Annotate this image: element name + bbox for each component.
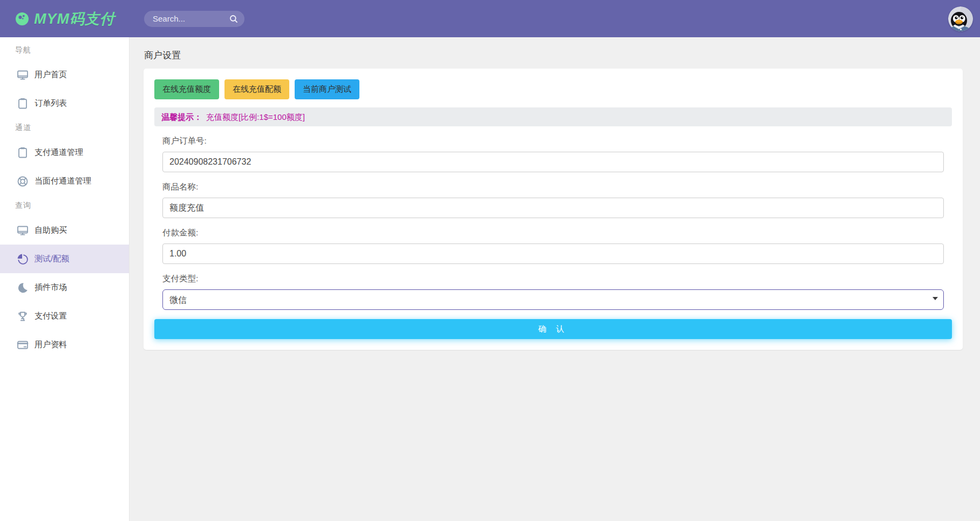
sidebar-item[interactable]: 用户资料: [0, 330, 129, 359]
sidebar-nav: 导航用户首页订单列表通道支付通道管理当面付通道管理查询自助购买测试/配额插件市场…: [0, 40, 129, 359]
field-label: 付款金额:: [162, 227, 944, 239]
pay-type-select-wrap: 微信: [162, 289, 944, 310]
life-ring-icon: [16, 175, 29, 188]
sidebar-item[interactable]: 插件市场: [0, 273, 129, 302]
sidebar-item-label: 用户资料: [35, 340, 67, 350]
pay-type-select[interactable]: 微信: [162, 289, 944, 310]
action-button[interactable]: 在线充值额度: [154, 79, 219, 99]
logo-text: MYM码支付: [34, 9, 115, 29]
sidebar-section-label: 通道: [0, 118, 129, 138]
action-button-row: 在线充值额度在线充值配额当前商户测试: [154, 79, 952, 99]
clipboard-icon: [16, 146, 29, 159]
sidebar-item-label: 自助购买: [35, 225, 67, 235]
form-text-input[interactable]: [162, 152, 944, 172]
sidebar-item-label: 支付设置: [35, 311, 67, 321]
alert-message: 充值额度[比例:1$=100额度]: [206, 112, 305, 121]
sidebar-item-label: 当面付通道管理: [35, 176, 91, 186]
pie-chart-icon: [16, 253, 29, 266]
alert-tip: 温馨提示：充值额度[比例:1$=100额度]: [154, 107, 952, 126]
action-button[interactable]: 当前商户测试: [295, 79, 359, 99]
logo-icon: [15, 11, 30, 26]
sidebar-item[interactable]: 测试/配额: [0, 245, 129, 273]
merchant-settings-card: 在线充值额度在线充值配额当前商户测试 温馨提示：充值额度[比例:1$=100额度…: [144, 69, 963, 350]
moon-icon: [16, 281, 29, 294]
credit-card-icon: [16, 339, 29, 351]
sidebar-item[interactable]: 自助购买: [0, 216, 129, 245]
user-avatar[interactable]: [948, 6, 973, 31]
top-header: MYM码支付: [0, 0, 980, 37]
confirm-button[interactable]: 确 认: [154, 319, 952, 339]
merchant-form: 商户订单号:商品名称:付款金额:支付类型:微信: [162, 136, 944, 310]
alert-prefix: 温馨提示：: [161, 112, 202, 121]
sidebar-item-label: 测试/配额: [35, 254, 69, 264]
logo[interactable]: MYM码支付: [0, 9, 130, 29]
clipboard-icon: [16, 97, 29, 110]
sidebar-section-label: 查询: [0, 195, 129, 216]
field-label: 商品名称:: [162, 181, 944, 193]
field-label: 支付类型:: [162, 273, 944, 285]
desktop-icon: [16, 224, 29, 237]
sidebar-item-label: 支付通道管理: [35, 147, 83, 158]
sidebar-item[interactable]: 订单列表: [0, 89, 129, 118]
desktop-icon: [16, 69, 29, 82]
search-icon[interactable]: [229, 14, 239, 24]
sidebar-item-label: 订单列表: [35, 98, 67, 109]
sidebar-item[interactable]: 当面付通道管理: [0, 167, 129, 195]
form-text-input[interactable]: [162, 243, 944, 264]
sidebar-section-label: 导航: [0, 40, 129, 60]
sidebar-item-label: 插件市场: [35, 282, 67, 293]
sidebar-item-label: 用户首页: [35, 70, 67, 80]
sidebar: 导航用户首页订单列表通道支付通道管理当面付通道管理查询自助购买测试/配额插件市场…: [0, 37, 130, 521]
form-text-input[interactable]: [162, 198, 944, 218]
sidebar-item[interactable]: 支付设置: [0, 302, 129, 330]
action-button[interactable]: 在线充值配额: [224, 79, 289, 99]
page-title: 商户设置: [144, 49, 962, 62]
qq-penguin-icon: [948, 6, 973, 31]
sidebar-item[interactable]: 支付通道管理: [0, 138, 129, 167]
search-box: [144, 11, 244, 27]
main-content: 商户设置 在线充值额度在线充值配额当前商户测试 温馨提示：充值额度[比例:1$=…: [130, 37, 980, 521]
field-label: 商户订单号:: [162, 136, 944, 147]
trophy-icon: [16, 310, 29, 323]
sidebar-item[interactable]: 用户首页: [0, 60, 129, 89]
